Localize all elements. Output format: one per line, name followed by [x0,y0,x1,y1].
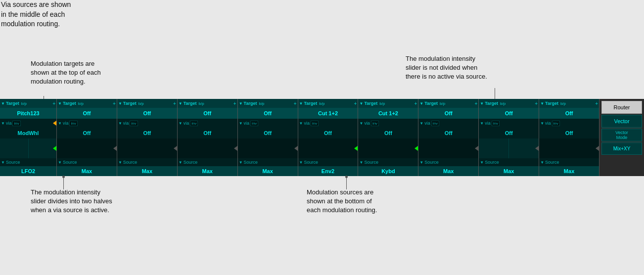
slot1-via-row: ▼ via inv [0,119,56,128]
mod-slot-2: ▼ Target b/p + Off ▼ via inv Off ▼ Sourc… [57,99,117,176]
callout-line-sources [346,177,347,189]
slot1-source-label: Source [6,160,20,165]
mod-slot-1: ▼ Target b/p + Pitch123 ▼ via inv ModWhl… [0,99,57,176]
slot2-via-value[interactable]: Off [57,128,117,138]
slot1-green-triangle [53,146,56,151]
slot1-plus[interactable]: + [52,101,55,106]
slot2-header: ▼ Target b/p + [57,99,117,108]
router-button[interactable]: Router [601,101,642,114]
slot1-target-arrow[interactable]: ▼ [1,101,5,106]
vector-mode-label: Vector Mode [601,129,642,141]
mix-xy-button[interactable]: Mix+XY [601,142,642,155]
slot1-via-label: via [6,121,12,126]
slot1-bp: b/p [21,101,27,106]
slot1-target-label: Target [6,101,19,106]
annotation-mod-sources: Modulation sources are shown at the bott… [307,188,495,215]
slot2-target-value[interactable]: Off [57,108,117,119]
mod-slot-7: ▼ Target b/p + Cut 1+2 ▼ via inv Off ▼ S… [358,99,418,176]
annotation-intensity-divides: The modulation intensity slider divides … [31,188,189,215]
annotation-via-sources: Via sources are shown in the middle of e… [1,0,154,29]
mod-slot-5: ▼ Target b/p + Off ▼ via inv Off ▼ Sourc… [238,99,298,176]
mod-slot-8: ▼ Target b/p + Off ▼ via inv Off ▼ Sourc… [418,99,479,176]
slot1-source-row: ▼ Source [0,158,56,166]
callout-dot-sources [345,176,348,178]
slot1-source-value[interactable]: LFO2 [0,166,56,176]
slot2-source-value[interactable]: Max [57,166,117,176]
slot1-via-value[interactable]: ModWhl [0,128,56,138]
slot1-intensity[interactable] [0,138,56,158]
slot1-inv: inv [12,121,20,126]
annotation-intensity-no-via: The modulation intensity slider is not d… [406,54,574,82]
slot2-intensity[interactable] [57,138,117,158]
slot1-source-arrow[interactable]: ▼ [1,160,5,165]
slot1-orange-triangle [53,121,56,126]
router-panel: ▼ Target b/p + Pitch123 ▼ via inv ModWhl… [0,99,644,176]
annotation-mod-targets: Modulation targets are shown at the top … [31,59,169,87]
slot1-header: ▼ Target b/p + [0,99,56,108]
mod-slot-3: ▼ Target b/p + Off ▼ via inv Off ▼ Sourc… [117,99,178,176]
slot1-via-arrow[interactable]: ▼ [1,121,5,126]
right-panel: Router Vector Vector Mode Mix+XY [599,99,644,176]
mod-slot-6: ▼ Target b/p + Cut 1+2 ▼ via inv Off ▼ S… [298,99,359,176]
mod-slot-10: ▼ Target b/p + Off ▼ via inv Off ▼ Sourc… [539,99,599,176]
callout-line-divides [63,177,64,189]
mod-slot-9: ▼ Target b/p + Off ▼ via inv Off ▼ Sourc… [479,99,539,176]
slot1-target-value[interactable]: Pitch123 [0,108,56,119]
callout-dot-divides [62,176,65,178]
vector-button[interactable]: Vector [601,115,642,128]
mod-slot-4: ▼ Target b/p + Off ▼ via inv Off ▼ Sourc… [178,99,238,176]
